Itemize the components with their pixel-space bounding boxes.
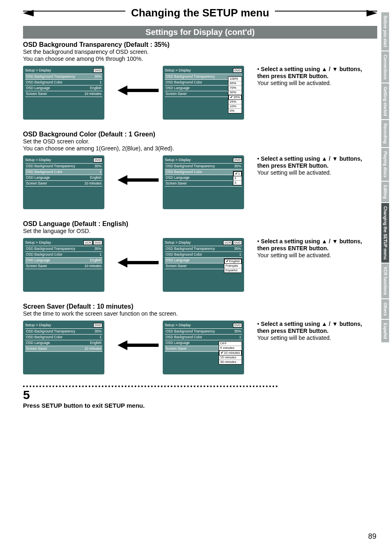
osd-item: OSD Background Color1 xyxy=(25,80,102,85)
osd-item: OSD Background Color1 xyxy=(165,335,242,340)
osd-menu: Setup > DisplayDVDOSD Background Transpa… xyxy=(163,66,244,120)
osd-item: OSD Background Color1 xyxy=(25,335,102,340)
osd-menu: Setup > DisplayVCRDVDOSD Background Tran… xyxy=(163,238,244,292)
osd-dropdown: ✔EnglishFrançaisEspañol xyxy=(224,259,242,273)
dvd-badge: DVD xyxy=(93,323,102,328)
osd-breadcrumb: Setup > DisplayDVD xyxy=(25,158,102,162)
setting-description: Set the OSD screen color. You can choose… xyxy=(23,138,377,152)
setting-section: OSD Language (Default : English)Set the … xyxy=(23,220,377,295)
side-tab: Playing discs xyxy=(381,148,389,181)
setting-description: Set the time to work the screen saver fu… xyxy=(23,310,377,317)
section-bar: Settings for Display (cont'd) xyxy=(23,26,377,39)
side-tab: Others xyxy=(381,299,389,319)
setting-title: OSD Background Transparency (Default : 3… xyxy=(23,41,377,48)
setting-title: OSD Background Color (Default : 1 Green) xyxy=(23,131,377,138)
setting-section: OSD Background Transparency (Default : 3… xyxy=(23,41,377,123)
osd-breadcrumb: Setup > DisplayDVD xyxy=(165,158,242,162)
osd-item: OSD Background Transparency35% xyxy=(165,246,242,252)
side-tabs: Before you startConnectionsGetting start… xyxy=(381,12,392,343)
osd-menu: Setup > DisplayDVDOSD Background Transpa… xyxy=(23,66,104,120)
osd-item: OSD Background Color1 xyxy=(25,169,102,175)
dvd-badge: DVD xyxy=(233,68,242,73)
osd-item: OSD Background Transparency35% xyxy=(25,246,102,252)
chapter-header: Changing the SETUP menu xyxy=(23,8,377,25)
osd-dropdown: 100%85%70%50%✔35%25%10%0% xyxy=(228,76,242,113)
side-tab: Español xyxy=(381,320,389,342)
dvd-badge: DVD xyxy=(93,68,102,73)
osd-item: Screen Saver10 minutes xyxy=(25,263,102,269)
chevron-left-icon xyxy=(23,10,34,16)
side-tab: Changing the SETUP menu xyxy=(381,203,389,263)
osd-item: OSD Background Color1 xyxy=(25,252,102,258)
instruction-text: • Select a setting using ▲ / ▼ buttons, … xyxy=(257,66,364,87)
instruction-text: • Select a setting using ▲ / ▼ buttons, … xyxy=(257,321,364,342)
osd-item: Screen Saver10 minutes xyxy=(25,346,102,352)
osd-item: Screen Saver xyxy=(165,181,242,187)
arrow-left-icon xyxy=(118,340,159,350)
osd-item: OSD Background Color1 xyxy=(165,252,242,258)
osd-item: Screen Saver10 minutes xyxy=(25,91,102,97)
osd-dropdown: ✔123 xyxy=(233,171,242,185)
step-number: 5 xyxy=(23,389,377,401)
osd-item: Screen Saver10 minutes xyxy=(25,181,102,187)
page-number: 89 xyxy=(368,532,376,541)
osd-item: OSD Background Transparency35% xyxy=(25,329,102,335)
instruction-text: • Select a setting using ▲ / ▼ buttons, … xyxy=(257,155,364,176)
divider xyxy=(23,385,278,387)
vcr-badge: VCR xyxy=(223,240,232,245)
osd-breadcrumb: Setup > DisplayDVD xyxy=(25,68,102,72)
dvd-badge: DVD xyxy=(233,158,242,162)
osd-menu: Setup > DisplayDVDOSD Background Transpa… xyxy=(23,155,104,209)
dvd-badge: DVD xyxy=(233,323,242,328)
setting-section: Screen Saver (Default : 10 minutes)Set t… xyxy=(23,303,377,378)
osd-breadcrumb: Setup > DisplayDVD xyxy=(165,68,242,72)
check-icon: ✔ xyxy=(221,351,224,355)
osd-item: OSD LanguageEnglish xyxy=(25,85,102,91)
dvd-badge: DVD xyxy=(93,240,102,245)
osd-breadcrumb: Setup > DisplayDVD xyxy=(165,323,242,327)
dvd-badge: DVD xyxy=(233,240,242,245)
osd-dropdown: OFF5 minutes✔10 minutes15 minutes30 minu… xyxy=(219,341,242,365)
side-tab: Getting started xyxy=(381,83,389,119)
side-tab: Recording xyxy=(381,120,389,147)
setting-description: Set the language for OSD. xyxy=(23,228,377,235)
osd-menu: Setup > DisplayDVDOSD Background Transpa… xyxy=(163,155,244,209)
setting-description: Set the background transparency of OSD s… xyxy=(23,48,377,62)
arrow-left-icon xyxy=(118,175,159,185)
chevron-right-icon xyxy=(367,10,377,16)
side-tab: Before you start xyxy=(381,12,389,51)
check-icon: ✔ xyxy=(226,259,229,263)
side-tab: Connections xyxy=(381,51,389,83)
setting-title: Screen Saver (Default : 10 minutes) xyxy=(23,303,377,310)
osd-item: OSD LanguageEnglish xyxy=(25,175,102,181)
dvd-badge: DVD xyxy=(93,158,102,162)
osd-breadcrumb: Setup > DisplayDVD xyxy=(25,323,102,327)
side-tab: VCR functions xyxy=(381,263,389,298)
check-icon: ✔ xyxy=(235,172,238,176)
osd-item: OSD Language xyxy=(165,175,242,181)
osd-breadcrumb: Setup > DisplayVCRDVD xyxy=(25,240,102,245)
arrow-left-icon xyxy=(118,85,159,95)
osd-item: OSD LanguageEnglish xyxy=(25,258,102,263)
osd-item: OSD Background Color xyxy=(165,169,242,175)
osd-item: OSD Background Transparency35% xyxy=(165,329,242,335)
vcr-badge: VCR xyxy=(83,240,92,245)
step-text: Press SETUP button to exit SETUP menu. xyxy=(23,402,377,409)
chapter-title: Changing the SETUP menu xyxy=(125,7,275,19)
check-icon: ✔ xyxy=(230,95,233,99)
setting-section: OSD Background Color (Default : 1 Green)… xyxy=(23,131,377,213)
setting-title: OSD Language (Default : English) xyxy=(23,220,377,228)
osd-item: OSD Background Transparency35% xyxy=(165,164,242,169)
side-tab: Editing xyxy=(381,182,389,202)
osd-menu: Setup > DisplayDVDOSD Background Transpa… xyxy=(163,321,244,374)
instruction-text: • Select a setting using ▲ / ▼ buttons, … xyxy=(257,238,364,259)
osd-breadcrumb: Setup > DisplayVCRDVD xyxy=(165,240,242,245)
osd-menu: Setup > DisplayVCRDVDOSD Background Tran… xyxy=(23,238,104,292)
osd-menu: Setup > DisplayDVDOSD Background Transpa… xyxy=(23,321,104,374)
osd-item: OSD LanguageEnglish xyxy=(25,340,102,346)
osd-item: OSD Background Transparency35% xyxy=(25,74,102,80)
arrow-left-icon xyxy=(118,258,159,268)
osd-item: OSD Background Transparency35% xyxy=(25,164,102,169)
